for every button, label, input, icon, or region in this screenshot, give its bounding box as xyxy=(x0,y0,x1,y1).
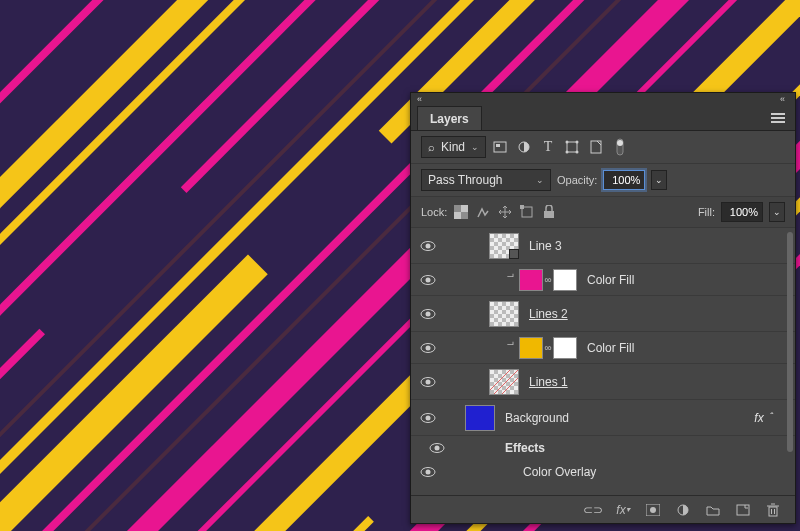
layer-thumbnail[interactable] xyxy=(489,369,519,395)
clip-indicator-icon: ꜚ xyxy=(505,273,515,287)
visibility-toggle[interactable] xyxy=(420,240,436,252)
lock-transparency-icon[interactable] xyxy=(453,204,469,220)
lock-position-icon[interactable] xyxy=(497,204,513,220)
effects-heading: Effects xyxy=(505,441,545,455)
fill-label: Fill: xyxy=(698,206,715,218)
visibility-toggle[interactable] xyxy=(420,308,436,320)
opacity-label: Opacity: xyxy=(557,174,597,186)
layer-name[interactable]: Color Fill xyxy=(587,341,634,355)
svg-point-28 xyxy=(576,141,579,144)
panel-topbar: « « xyxy=(411,93,795,105)
svg-point-59 xyxy=(426,470,431,475)
add-mask-icon[interactable] xyxy=(645,502,661,518)
lock-label: Lock: xyxy=(421,206,447,218)
svg-rect-64 xyxy=(769,507,777,516)
svg-point-50 xyxy=(426,379,431,384)
svg-rect-26 xyxy=(567,142,577,152)
layer-thumbnail[interactable] xyxy=(489,233,519,259)
effects-heading-row: Effects xyxy=(411,436,795,460)
layer-line3[interactable]: Line 3 xyxy=(411,228,795,264)
layer-thumbnail[interactable] xyxy=(489,301,519,327)
effect-color-overlay[interactable]: Color Overlay xyxy=(411,460,795,484)
layer-colorfill-2[interactable]: ꜚ ∞ Color Fill xyxy=(411,332,795,364)
layer-background[interactable]: Background fx ˆ xyxy=(411,400,795,436)
visibility-toggle[interactable] xyxy=(420,376,436,388)
layer-lines1[interactable]: Lines 1 xyxy=(411,364,795,400)
visibility-toggle[interactable] xyxy=(420,466,436,478)
collapse-left-icon[interactable]: « xyxy=(417,94,422,104)
lock-row: Lock: Fill: ⌄ xyxy=(411,197,795,228)
fill-swatch[interactable] xyxy=(519,337,543,359)
filter-pixel-icon[interactable] xyxy=(492,139,508,155)
collapse-right-icon[interactable]: « xyxy=(780,94,785,104)
svg-point-44 xyxy=(426,277,431,282)
visibility-toggle[interactable] xyxy=(420,412,436,424)
visibility-toggle[interactable] xyxy=(420,342,436,354)
link-layers-icon[interactable]: ⊂⊃ xyxy=(585,502,601,518)
svg-point-48 xyxy=(426,345,431,350)
svg-line-51 xyxy=(490,370,510,394)
layer-mask-thumbnail[interactable] xyxy=(553,337,577,359)
mask-link-icon[interactable]: ∞ xyxy=(543,342,553,353)
lock-image-icon[interactable] xyxy=(475,204,491,220)
new-group-icon[interactable] xyxy=(705,502,721,518)
svg-rect-34 xyxy=(454,205,461,212)
svg-point-30 xyxy=(576,151,579,154)
filter-kind-label: Kind xyxy=(441,140,465,154)
layer-name[interactable]: Color Fill xyxy=(587,273,634,287)
delete-layer-icon[interactable] xyxy=(765,502,781,518)
layer-mask-thumbnail[interactable] xyxy=(553,269,577,291)
layer-colorfill-1[interactable]: ꜚ ∞ Color Fill xyxy=(411,264,795,296)
layer-name[interactable]: Lines 1 xyxy=(529,375,568,389)
chevron-down-icon: ⌄ xyxy=(471,142,479,152)
blend-mode-value: Pass Through xyxy=(428,173,503,187)
filter-toggle-switch[interactable] xyxy=(612,139,628,155)
layer-lines2[interactable]: Lines 2 xyxy=(411,296,795,332)
svg-point-27 xyxy=(566,141,569,144)
filter-kind-select[interactable]: ⌕ Kind ⌄ xyxy=(421,136,486,158)
fill-input[interactable] xyxy=(721,202,763,222)
tab-layers[interactable]: Layers xyxy=(417,106,482,130)
blend-mode-select[interactable]: Pass Through ⌄ xyxy=(421,169,551,191)
mask-link-icon[interactable]: ∞ xyxy=(543,274,553,285)
svg-point-61 xyxy=(650,507,656,513)
fill-swatch[interactable] xyxy=(519,269,543,291)
filter-shape-icon[interactable] xyxy=(564,139,580,155)
fx-menu-icon[interactable]: fx▾ xyxy=(615,502,631,518)
layer-thumbnail[interactable] xyxy=(465,405,495,431)
svg-rect-35 xyxy=(461,212,468,219)
svg-line-53 xyxy=(502,370,518,394)
opacity-input[interactable] xyxy=(603,170,645,190)
chevron-down-icon: ⌄ xyxy=(536,175,544,185)
layer-list: Line 3 ꜚ ∞ Color Fill Lines 2 ꜚ ∞ xyxy=(411,228,795,495)
filter-smart-icon[interactable] xyxy=(588,139,604,155)
scrollbar[interactable] xyxy=(787,232,793,452)
fill-stepper[interactable]: ⌄ xyxy=(769,202,785,222)
layer-name[interactable]: Lines 2 xyxy=(529,307,568,321)
lock-all-icon[interactable] xyxy=(541,204,557,220)
layers-panel: « « Layers ⌕ Kind ⌄ T Pass Through ⌄ Opa… xyxy=(410,92,796,524)
fx-expand-toggle[interactable]: ˆ xyxy=(770,412,773,423)
panel-tabs: Layers xyxy=(411,105,795,131)
adjustment-layer-icon[interactable] xyxy=(675,502,691,518)
filter-type-icon[interactable]: T xyxy=(540,139,556,155)
clip-indicator-icon: ꜚ xyxy=(505,341,515,355)
filter-adjustment-icon[interactable] xyxy=(516,139,532,155)
fx-badge: fx xyxy=(754,411,763,425)
svg-point-33 xyxy=(617,140,623,146)
visibility-toggle[interactable] xyxy=(420,274,436,286)
panel-menu-icon[interactable] xyxy=(767,109,789,127)
layer-name[interactable]: Background xyxy=(505,411,569,425)
lock-artboard-icon[interactable] xyxy=(519,204,535,220)
svg-rect-37 xyxy=(454,212,461,219)
layer-name[interactable]: Line 3 xyxy=(529,239,562,253)
svg-rect-36 xyxy=(461,205,468,212)
svg-point-42 xyxy=(426,243,431,248)
svg-rect-24 xyxy=(496,144,500,147)
svg-rect-39 xyxy=(520,205,524,209)
new-layer-icon[interactable] xyxy=(735,502,751,518)
svg-point-57 xyxy=(435,446,440,451)
visibility-toggle[interactable] xyxy=(429,442,445,454)
opacity-stepper[interactable]: ⌄ xyxy=(651,170,667,190)
search-icon: ⌕ xyxy=(428,141,435,153)
